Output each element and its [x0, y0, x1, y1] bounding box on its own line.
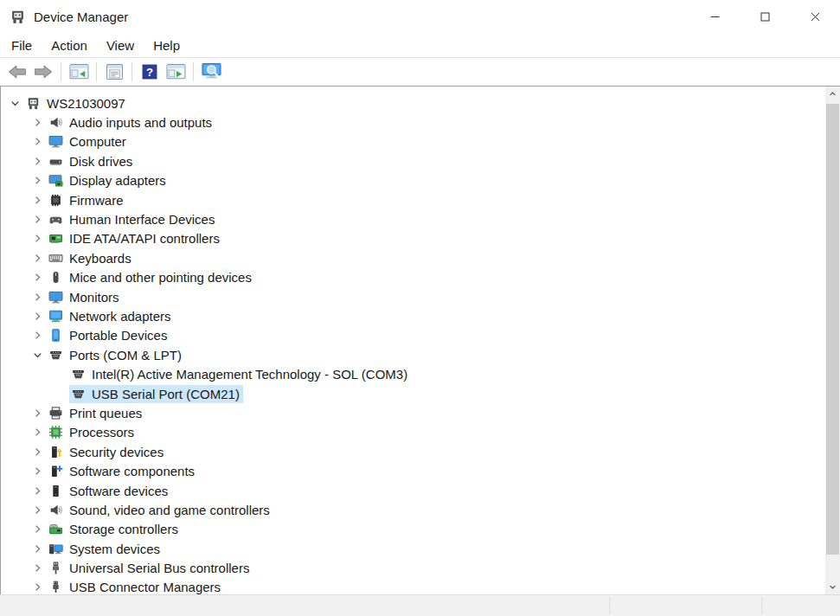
printer-icon: [48, 406, 63, 420]
chevron-right-icon[interactable]: [29, 212, 47, 228]
tree-item-label: USB Connector Managers: [69, 580, 221, 594]
tree-item[interactable]: Display adapters: [47, 171, 170, 189]
chevron-right-icon[interactable]: [29, 134, 47, 150]
display-adapter-icon: [48, 173, 63, 188]
software-device-icon: [48, 484, 63, 498]
show-console-tree-button[interactable]: [67, 60, 91, 83]
scroll-down-button[interactable]: [825, 580, 840, 594]
tree-item[interactable]: USB Serial Port (COM21): [69, 385, 243, 403]
help-button[interactable]: ?: [138, 60, 162, 83]
chevron-right-icon[interactable]: [29, 173, 47, 189]
tree-item-label: Mice and other pointing devices: [69, 270, 252, 285]
tree-row: Audio inputs and outputs: [1, 112, 825, 132]
tree-item-label: WS21030097: [47, 96, 125, 111]
back-button[interactable]: [5, 60, 29, 83]
tree-item[interactable]: Software devices: [47, 482, 171, 500]
tree-row: Computer: [1, 132, 825, 151]
tree-item[interactable]: Mice and other pointing devices: [47, 268, 255, 286]
tree-item[interactable]: Keyboards: [47, 249, 135, 267]
vertical-scrollbar[interactable]: [825, 87, 840, 594]
tree-item[interactable]: Network adapters: [47, 307, 175, 325]
tree-item[interactable]: Monitors: [47, 288, 123, 306]
tree-item-label: Human Interface Devices: [69, 212, 215, 227]
usb-connector-icon: [48, 580, 63, 594]
tree-item-label: IDE ATA/ATAPI controllers: [69, 231, 220, 246]
tree-row: Ports (COM & LPT): [1, 345, 825, 364]
tree-item[interactable]: Software components: [47, 462, 198, 480]
system-device-icon: [48, 542, 63, 556]
statusbar: [0, 594, 840, 616]
hid-gamepad-icon: [48, 212, 63, 227]
tree-item[interactable]: Security devices: [47, 443, 167, 461]
tree-item[interactable]: Ports (COM & LPT): [47, 346, 185, 364]
tree-item-label: Network adapters: [69, 309, 171, 324]
tree-item[interactable]: USB Connector Managers: [47, 578, 224, 594]
tree-row: Human Interface Devices: [1, 209, 825, 228]
chevron-right-icon[interactable]: [29, 541, 47, 556]
chevron-right-icon[interactable]: [29, 289, 47, 305]
scroll-up-button[interactable]: [825, 87, 840, 101]
chevron-right-icon[interactable]: [29, 464, 47, 479]
scan-hardware-changes-button[interactable]: [199, 60, 223, 83]
menu-view[interactable]: View: [97, 35, 144, 55]
chevron-right-icon[interactable]: [29, 561, 47, 576]
scrollbar-thumb[interactable]: [826, 104, 839, 555]
tree-row: Software components: [1, 461, 825, 480]
portable-device-icon: [48, 328, 63, 343]
chevron-right-icon[interactable]: [29, 444, 47, 459]
tree-item[interactable]: Universal Serial Bus controllers: [47, 559, 253, 577]
chevron-right-icon[interactable]: [29, 405, 47, 420]
tree-item[interactable]: IDE ATA/ATAPI controllers: [47, 229, 223, 247]
close-button[interactable]: [790, 0, 840, 34]
chevron-down-icon[interactable]: [6, 95, 24, 111]
properties-button[interactable]: [102, 60, 126, 83]
tree-item[interactable]: Portable Devices: [47, 326, 170, 344]
tree-item[interactable]: Intel(R) Active Management Technology - …: [69, 365, 411, 383]
chevron-right-icon[interactable]: [29, 250, 47, 266]
tree-item[interactable]: System devices: [47, 540, 164, 558]
titlebar: Device Manager: [0, 0, 840, 34]
tree-item[interactable]: Print queues: [47, 404, 145, 422]
tree-row: Display adapters: [1, 171, 825, 190]
chevron-right-icon[interactable]: [29, 328, 47, 343]
chevron-right-icon[interactable]: [29, 192, 47, 208]
chevron-right-icon[interactable]: [29, 502, 47, 517]
help-icon: ?: [141, 63, 158, 80]
chevron-down-icon[interactable]: [29, 347, 47, 363]
close-icon: [811, 12, 820, 22]
minimize-button[interactable]: [689, 0, 740, 34]
chevron-right-icon[interactable]: [29, 270, 47, 286]
scan-hardware-icon: [201, 62, 222, 80]
chevron-right-icon[interactable]: [29, 425, 47, 440]
chevron-right-icon[interactable]: [29, 522, 47, 537]
tree-item[interactable]: Human Interface Devices: [47, 210, 218, 228]
tree-item[interactable]: Audio inputs and outputs: [47, 113, 215, 132]
tree-item[interactable]: Disk drives: [47, 152, 136, 170]
device-tree: WS21030097Audio inputs and outputsComput…: [1, 87, 825, 594]
action-menu-button[interactable]: [164, 60, 188, 83]
chevron-right-icon[interactable]: [29, 153, 47, 169]
maximize-button[interactable]: [740, 0, 790, 34]
chevron-right-icon[interactable]: [29, 580, 47, 594]
tree-item[interactable]: WS21030097: [24, 94, 129, 112]
forward-button[interactable]: [31, 60, 55, 83]
tree-item[interactable]: Firmware: [47, 191, 127, 209]
menu-action[interactable]: Action: [42, 35, 97, 55]
toolbar-separator: [96, 62, 97, 81]
chevron-right-icon[interactable]: [29, 115, 47, 131]
menu-file[interactable]: File: [2, 35, 42, 55]
chevron-right-icon[interactable]: [29, 483, 47, 498]
tree-item-label: Computer: [69, 134, 126, 149]
tree-item-label: Intel(R) Active Management Technology - …: [92, 367, 407, 382]
scroll-down-icon: [829, 583, 837, 591]
keyboard-icon: [48, 251, 63, 266]
tree-item-label: Processors: [69, 425, 134, 440]
tree-item[interactable]: Computer: [47, 132, 130, 151]
chevron-right-icon[interactable]: [29, 308, 47, 324]
menu-help[interactable]: Help: [144, 35, 189, 55]
tree-item[interactable]: Processors: [47, 423, 138, 441]
tree-item[interactable]: Storage controllers: [47, 520, 182, 538]
tree-item[interactable]: Sound, video and game controllers: [47, 501, 273, 519]
chevron-right-icon[interactable]: [29, 231, 47, 247]
toolbar-separator: [193, 62, 194, 81]
